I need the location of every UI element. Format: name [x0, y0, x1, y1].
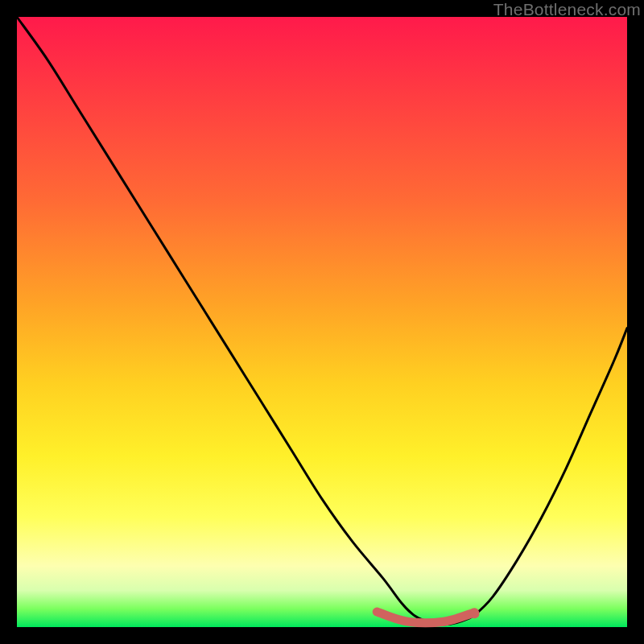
chart-marker-band	[377, 612, 474, 623]
chart-svg	[17, 17, 627, 627]
chart-marker-dot	[470, 609, 480, 618]
chart-frame	[17, 17, 627, 627]
chart-curve	[17, 17, 627, 625]
watermark-text: TheBottleneck.com	[493, 0, 641, 19]
